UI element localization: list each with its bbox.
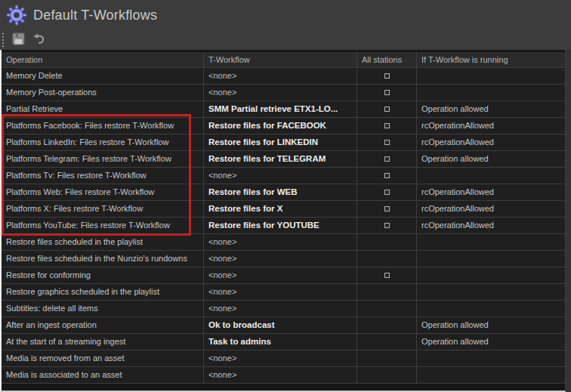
table-row[interactable]: Platforms X: Files restore T-Workflow Re… [2,201,565,218]
operation-cell: Subtitles: delete all items [2,301,204,316]
running-cell[interactable] [417,350,565,366]
all-stations-checkbox[interactable] [384,140,390,145]
running-cell[interactable]: rcOperationAllowed [417,201,565,217]
workflow-cell[interactable]: <none> [204,267,357,283]
all-stations-checkbox[interactable] [384,106,390,112]
all-stations-cell[interactable] [357,367,417,383]
all-stations-checkbox[interactable] [384,190,390,195]
undo-button[interactable] [30,32,45,48]
workflow-cell[interactable]: Restore files for YOUTUBE [204,218,357,233]
all-stations-checkbox[interactable] [384,273,390,278]
table-row[interactable]: After an ingest operation Ok to broadcas… [2,317,565,334]
workflow-cell[interactable]: <none> [204,68,357,84]
workflow-cell[interactable]: <none> [204,350,357,366]
column-header-if-running[interactable]: If T-Workflow is running [417,52,565,67]
all-stations-cell[interactable] [357,151,417,167]
table-row[interactable]: Subtitles: delete all items <none> [2,301,565,317]
running-cell[interactable]: Operation allowed [417,317,565,333]
column-header-all-stations[interactable]: All stations [357,52,417,67]
running-cell[interactable]: Operation allowed [417,334,565,350]
running-cell[interactable] [417,68,565,84]
table-row[interactable]: Memory Delete <none> [2,68,565,85]
column-header-operation[interactable]: Operation [2,52,204,67]
workflow-cell[interactable]: Restore files for X [204,201,357,217]
table-row[interactable]: Platforms Web: Files restore T-Workflow … [2,184,565,201]
running-cell[interactable] [417,168,565,184]
table-row[interactable]: Platforms Facebook: Files restore T-Work… [2,118,565,134]
workflow-cell[interactable]: <none> [204,251,357,267]
running-cell[interactable]: Operation allowed [417,101,565,117]
running-cell[interactable] [417,251,565,267]
all-stations-checkbox[interactable] [384,173,390,178]
table-row[interactable]: Restore files scheduled in the playlist … [2,234,565,251]
all-stations-checkbox[interactable] [384,123,390,128]
running-cell[interactable] [417,284,565,300]
column-header-t-workflow[interactable]: T-Workflow [204,52,357,67]
workflow-cell[interactable]: <none> [204,234,357,250]
all-stations-cell[interactable] [357,168,417,184]
table-row[interactable]: Platforms Tv: Files restore T-Workflow <… [2,168,565,184]
workflow-cell[interactable]: Task to admins [204,334,357,350]
workflow-cell[interactable]: Restore files for FACEBOOK [204,118,357,134]
operation-cell: Platforms Telegram: Files restore T-Work… [2,151,204,167]
running-cell[interactable] [417,234,565,250]
workflow-cell[interactable]: SMM Partial retrieve ETX1-LO... [204,101,357,117]
table-row[interactable]: Memory Post-operations <none> [2,85,565,101]
table-row[interactable]: At the start of a streaming ingest Task … [2,334,565,350]
operation-cell: Media is removed from an asset [2,350,204,366]
all-stations-cell[interactable] [357,284,417,300]
all-stations-cell[interactable] [357,85,417,100]
operation-cell: Platforms X: Files restore T-Workflow [2,201,204,217]
table-row[interactable]: Restore graphics scheduled in the playli… [2,284,565,301]
running-cell[interactable] [417,301,565,316]
all-stations-cell[interactable] [357,301,417,316]
all-stations-cell[interactable] [357,218,417,233]
workflow-cell[interactable]: Ok to broadcast [204,317,357,333]
all-stations-cell[interactable] [357,184,417,200]
table-row[interactable]: Restore for conforming <none> [2,267,565,284]
all-stations-checkbox[interactable] [384,223,390,228]
table-row[interactable]: Platforms LinkedIn: Files restore T-Work… [2,134,565,151]
all-stations-cell[interactable] [357,317,417,333]
all-stations-cell[interactable] [357,134,417,150]
workflow-cell[interactable]: Restore files for WEB [204,184,357,200]
workflow-cell[interactable]: <none> [204,367,357,383]
running-cell[interactable] [417,85,565,100]
running-cell[interactable] [417,267,565,283]
all-stations-cell[interactable] [357,68,417,84]
all-stations-checkbox[interactable] [384,156,390,162]
running-cell[interactable]: rcOperationAllowed [417,184,565,200]
table-body: Memory Delete <none> Memory Post-operati… [2,68,565,384]
workflow-cell[interactable]: <none> [204,301,357,316]
running-cell[interactable]: rcOperationAllowed [417,134,565,150]
all-stations-cell[interactable] [357,251,417,267]
all-stations-checkbox[interactable] [384,206,390,211]
workflow-cell[interactable]: Restore files for TELEGRAM [204,151,357,167]
table-row[interactable]: Platforms YouTube: Files restore T-Workf… [2,218,565,234]
running-cell[interactable]: Operation allowed [417,151,565,167]
workflow-cell[interactable]: <none> [204,284,357,300]
all-stations-checkbox[interactable] [384,90,390,95]
all-stations-cell[interactable] [357,234,417,250]
all-stations-cell[interactable] [357,350,417,366]
table-row[interactable]: Partial Retrieve SMM Partial retrieve ET… [2,101,565,118]
all-stations-cell[interactable] [357,267,417,283]
running-cell[interactable]: rcOperationAllowed [417,118,565,134]
table-row[interactable]: Platforms Telegram: Files restore T-Work… [2,151,565,168]
table-row[interactable]: Restore files scheduled in the Nunzio's … [2,251,565,267]
table-row[interactable]: Media is associated to an asset <none> [2,367,565,384]
save-button[interactable] [11,32,26,48]
workflow-cell[interactable]: <none> [204,85,357,100]
running-cell[interactable]: rcOperationAllowed [417,218,565,233]
all-stations-cell[interactable] [357,118,417,134]
table-row[interactable]: Media is removed from an asset <none> [2,350,565,367]
operation-cell: Platforms Tv: Files restore T-Workflow [2,168,204,184]
all-stations-cell[interactable] [357,334,417,350]
all-stations-cell[interactable] [357,201,417,217]
all-stations-cell[interactable] [357,101,417,117]
workflow-table: Operation T-Workflow All stations If T-W… [0,50,566,392]
running-cell[interactable] [417,367,565,383]
workflow-cell[interactable]: <none> [204,168,357,184]
all-stations-checkbox[interactable] [384,73,390,79]
workflow-cell[interactable]: Restore files for LINKEDIN [204,134,357,150]
